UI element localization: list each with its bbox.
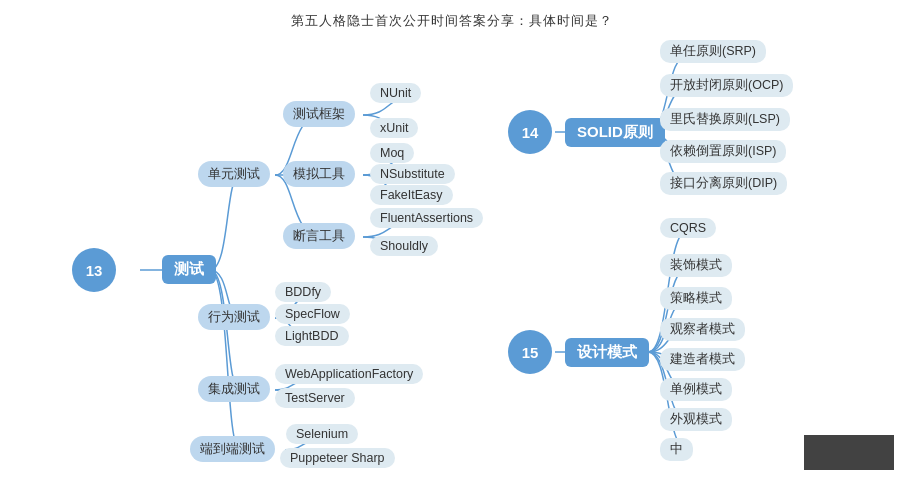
selenium-leaf: Selenium bbox=[286, 424, 358, 444]
puppeteer-leaf: Puppeteer Sharp bbox=[280, 448, 395, 468]
num14-circle: 14 bbox=[508, 110, 552, 154]
fluentassertions-leaf: FluentAssertions bbox=[370, 208, 483, 228]
design-main-node: 设计模式 bbox=[565, 338, 649, 367]
isp-leaf: 依赖倒置原则(ISP) bbox=[660, 140, 786, 163]
lsp-leaf: 里氏替换原则(LSP) bbox=[660, 108, 790, 131]
nsubstitute-leaf: NSubstitute bbox=[370, 164, 455, 184]
builder-leaf: 建造者模式 bbox=[660, 348, 745, 371]
test-framework-node: 测试框架 bbox=[283, 101, 355, 127]
mock-tools-node: 模拟工具 bbox=[283, 161, 355, 187]
xunit-leaf: xUnit bbox=[370, 118, 418, 138]
ocp-leaf: 开放封闭原则(OCP) bbox=[660, 74, 793, 97]
moq-leaf: Moq bbox=[370, 143, 414, 163]
main-test-node: 测试 bbox=[162, 255, 216, 284]
cqrs-leaf: CQRS bbox=[660, 218, 716, 238]
watermark bbox=[804, 435, 894, 470]
assert-tools-node: 断言工具 bbox=[283, 223, 355, 249]
solid-main-node: SOLID原则 bbox=[565, 118, 665, 147]
webappfactory-leaf: WebApplicationFactory bbox=[275, 364, 423, 384]
observer-leaf: 观察者模式 bbox=[660, 318, 745, 341]
srp-leaf: 单任原则(SRP) bbox=[660, 40, 766, 63]
num13-circle: 13 bbox=[72, 248, 116, 292]
num15-circle: 15 bbox=[508, 330, 552, 374]
dip-leaf: 接口分离原则(DIP) bbox=[660, 172, 787, 195]
e2e-test-node: 端到端测试 bbox=[190, 436, 275, 462]
singleton-leaf: 单例模式 bbox=[660, 378, 732, 401]
fakiteasy-leaf: FakeItEasy bbox=[370, 185, 453, 205]
lightbdd-leaf: LightBDD bbox=[275, 326, 349, 346]
behavior-test-node: 行为测试 bbox=[198, 304, 270, 330]
strategy-leaf: 策略模式 bbox=[660, 287, 732, 310]
integration-test-node: 集成测试 bbox=[198, 376, 270, 402]
testserver-leaf: TestServer bbox=[275, 388, 355, 408]
page-title: 第五人格隐士首次公开时间答案分享：具体时间是？ bbox=[0, 6, 904, 30]
facade-leaf: 外观模式 bbox=[660, 408, 732, 431]
unit-test-node: 单元测试 bbox=[198, 161, 270, 187]
decorator-leaf: 装饰模式 bbox=[660, 254, 732, 277]
nunit-leaf: NUnit bbox=[370, 83, 421, 103]
shouldly-leaf: Shouldly bbox=[370, 236, 438, 256]
bddfy-leaf: BDDfy bbox=[275, 282, 331, 302]
zhong-leaf: 中 bbox=[660, 438, 693, 461]
specflow-leaf: SpecFlow bbox=[275, 304, 350, 324]
